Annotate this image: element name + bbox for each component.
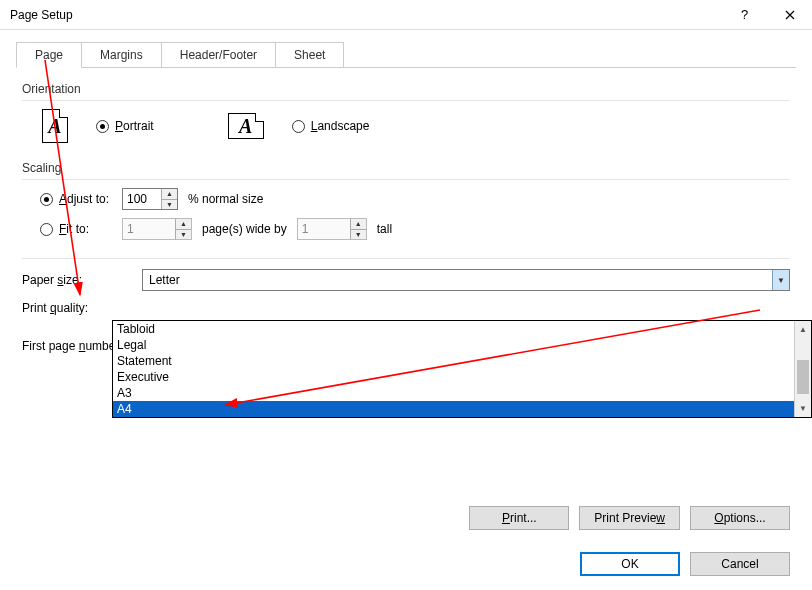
scaling-label: Scaling: [22, 161, 790, 175]
list-item[interactable]: A3: [113, 385, 811, 401]
spin-up-icon[interactable]: ▲: [176, 219, 191, 229]
fit-tall-label: tall: [377, 222, 392, 236]
list-item[interactable]: Legal: [113, 337, 811, 353]
tab-page[interactable]: Page: [16, 42, 82, 68]
spin-up-icon[interactable]: ▲: [162, 189, 177, 199]
options-button[interactable]: Options...: [690, 506, 790, 530]
first-page-label: First page number:: [22, 339, 123, 353]
fit-wide-input: [123, 219, 175, 239]
tab-sheet[interactable]: Sheet: [276, 42, 344, 67]
portrait-icon: A: [42, 109, 68, 143]
fit-tall-input: [298, 219, 350, 239]
page-action-buttons: Print... Print Preview Options...: [469, 506, 790, 530]
dialog-buttons: OK Cancel: [580, 552, 790, 576]
tab-header-footer[interactable]: Header/Footer: [162, 42, 276, 67]
paper-size-dropdown[interactable]: Tabloid Legal Statement Executive A3 A4 …: [112, 320, 812, 418]
orientation-label: Orientation: [22, 82, 790, 96]
portrait-radio[interactable]: Portrait: [96, 119, 154, 133]
fit-to-radio[interactable]: Fit to:: [40, 222, 112, 236]
paper-size-value: Letter: [143, 273, 772, 287]
adjust-suffix: % normal size: [188, 192, 263, 206]
list-item[interactable]: Executive: [113, 369, 811, 385]
spin-down-icon[interactable]: ▼: [351, 229, 366, 240]
print-quality-row: Print quality:: [22, 301, 790, 315]
landscape-radio[interactable]: Landscape: [292, 119, 370, 133]
paper-size-label: Paper size:: [22, 273, 132, 287]
tab-strip: Page Margins Header/Footer Sheet: [16, 42, 812, 67]
print-quality-label: Print quality:: [22, 301, 132, 315]
list-item-selected[interactable]: A4: [113, 401, 811, 417]
cancel-button[interactable]: Cancel: [690, 552, 790, 576]
tab-content-page: Orientation A Portrait A Landscape Scali…: [0, 68, 812, 353]
list-item[interactable]: Statement: [113, 353, 811, 369]
close-icon: [785, 10, 795, 20]
list-item[interactable]: Tabloid: [113, 321, 811, 337]
landscape-icon: A: [228, 113, 264, 139]
fit-wide-spinner[interactable]: ▲▼: [122, 218, 192, 240]
paper-size-combo[interactable]: Letter ▼: [142, 269, 790, 291]
scroll-thumb[interactable]: [797, 360, 809, 394]
close-button[interactable]: [767, 0, 812, 30]
window-title: Page Setup: [10, 8, 722, 22]
adjust-to-radio[interactable]: Adjust to:: [40, 192, 112, 206]
scroll-up-icon[interactable]: ▲: [795, 321, 811, 338]
print-button[interactable]: Print...: [469, 506, 569, 530]
paper-size-row: Paper size: Letter ▼: [22, 269, 790, 291]
title-bar: Page Setup ?: [0, 0, 812, 30]
help-button[interactable]: ?: [722, 0, 767, 30]
adjust-input[interactable]: [123, 189, 161, 209]
scroll-down-icon[interactable]: ▼: [795, 400, 811, 417]
fit-tall-spinner[interactable]: ▲▼: [297, 218, 367, 240]
print-preview-button[interactable]: Print Preview: [579, 506, 680, 530]
spin-up-icon[interactable]: ▲: [351, 219, 366, 229]
tab-margins[interactable]: Margins: [82, 42, 162, 67]
chevron-down-icon[interactable]: ▼: [772, 270, 789, 290]
dropdown-scrollbar[interactable]: ▲ ▼: [794, 321, 811, 417]
fit-mid-label: page(s) wide by: [202, 222, 287, 236]
spin-down-icon[interactable]: ▼: [162, 199, 177, 210]
spin-down-icon[interactable]: ▼: [176, 229, 191, 240]
ok-button[interactable]: OK: [580, 552, 680, 576]
adjust-spinner[interactable]: ▲▼: [122, 188, 178, 210]
